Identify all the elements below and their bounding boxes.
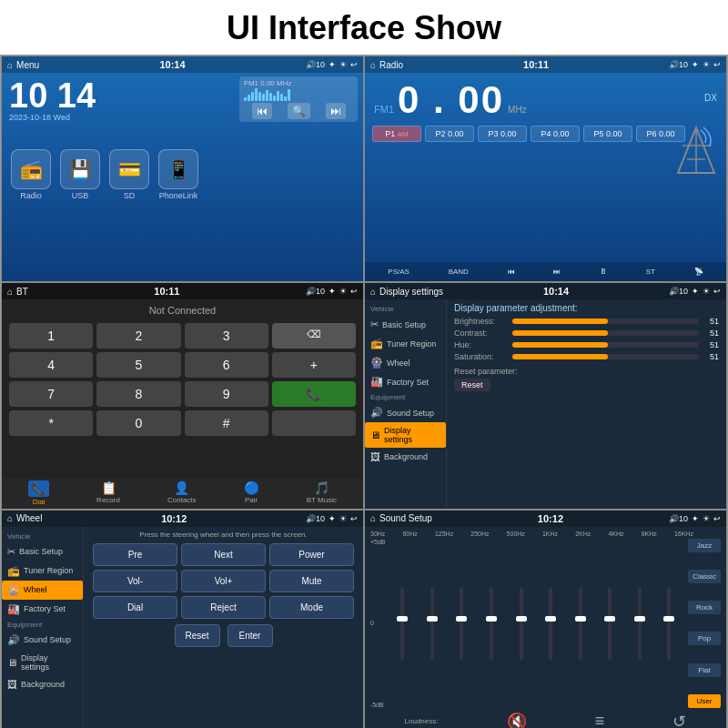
dial-6[interactable]: 6 bbox=[185, 352, 268, 378]
dial-9[interactable]: 9 bbox=[185, 381, 268, 407]
display-time: 10:14 bbox=[543, 286, 569, 297]
wheel-reject-btn[interactable]: Reject bbox=[181, 596, 266, 619]
radio-band-btn[interactable]: BAND bbox=[445, 266, 472, 278]
prev-btn[interactable]: ⏮ bbox=[252, 103, 272, 119]
reset-button[interactable]: Reset bbox=[454, 379, 490, 391]
dial-7[interactable]: 7 bbox=[9, 381, 93, 407]
eq-bar-8[interactable] bbox=[626, 587, 653, 660]
radio-st-btn[interactable]: ST bbox=[642, 266, 659, 278]
display-back-icon[interactable]: ↩ bbox=[713, 287, 721, 296]
settings-basic-setup[interactable]: ✂Basic Setup bbox=[365, 315, 446, 334]
dial-2[interactable]: 2 bbox=[96, 323, 180, 349]
dial-del[interactable]: ⌫ bbox=[272, 323, 356, 349]
eq-preset-user[interactable]: User bbox=[688, 694, 721, 708]
wheel-back-icon[interactable]: ↩ bbox=[350, 514, 358, 523]
bt-tab-record[interactable]: 📋 Record bbox=[96, 480, 120, 506]
sound-eq-btn[interactable]: ≡ bbox=[595, 712, 605, 728]
settings-tuner-region[interactable]: 📻Tuner Region bbox=[365, 334, 446, 353]
eq-bar-0[interactable] bbox=[389, 587, 417, 660]
dial-plus[interactable]: + bbox=[272, 352, 356, 378]
wheel-background[interactable]: 🖼Background bbox=[2, 675, 83, 693]
wheel-tuner-region[interactable]: 📻Tuner Region bbox=[2, 561, 83, 581]
radio-next-btn[interactable]: ⏭ bbox=[550, 266, 564, 278]
dial-3[interactable]: 3 bbox=[185, 323, 268, 349]
home-radio-wave bbox=[244, 88, 353, 101]
home-icon-usb[interactable]: 💾 USB bbox=[60, 149, 100, 200]
wheel-enter-btn[interactable]: Enter bbox=[228, 624, 273, 647]
wheel-mute-btn[interactable]: Mute bbox=[269, 570, 354, 592]
eq-bar-5[interactable] bbox=[537, 587, 564, 660]
wheel-voldown-btn[interactable]: Vol- bbox=[93, 570, 177, 592]
settings-display-settings[interactable]: 🖥Display settings bbox=[365, 422, 446, 448]
bt-tab-music[interactable]: 🎵 BT Music bbox=[307, 480, 337, 506]
eq-preset-rock[interactable]: Rock bbox=[688, 601, 721, 614]
panel-radio: ⌂ Radio 10:11 🔊10 ✦ ☀ ↩ FM1 0 . 00 MHz D… bbox=[364, 56, 727, 282]
dial-4[interactable]: 4 bbox=[9, 352, 93, 378]
radio-home-icon[interactable]: ⌂ bbox=[370, 60, 376, 70]
wheel-reset-btn[interactable]: Reset bbox=[175, 624, 220, 647]
wheel-basic-setup[interactable]: ✂Basic Setup bbox=[2, 542, 83, 561]
settings-sound-setup[interactable]: 🔊Sound Setup bbox=[365, 403, 446, 422]
radio-preset-p4[interactable]: P4 0.00 bbox=[531, 126, 580, 142]
radio-psas-btn[interactable]: PS/AS bbox=[384, 266, 413, 278]
eq-bar-1[interactable] bbox=[419, 587, 446, 660]
radio-antenna-btn[interactable]: 📡 bbox=[691, 266, 707, 278]
eq-bar-2[interactable] bbox=[449, 587, 476, 660]
bt-home-icon[interactable]: ⌂ bbox=[7, 287, 13, 297]
dial-call[interactable]: 📞 bbox=[272, 381, 356, 407]
home-back-icon[interactable]: ↩ bbox=[350, 60, 358, 69]
wheel-display-settings[interactable]: 🖥Display settings bbox=[2, 650, 83, 675]
eq-bar-6[interactable] bbox=[567, 587, 594, 660]
dial-star[interactable]: * bbox=[9, 410, 93, 436]
dial-1[interactable]: 1 bbox=[9, 323, 93, 349]
radio-preset-p3[interactable]: P3 0.00 bbox=[478, 126, 527, 142]
eq-preset-classic[interactable]: Classic bbox=[688, 570, 721, 583]
eq-bar-7[interactable] bbox=[596, 587, 623, 660]
home-icon-radio[interactable]: 📻 Radio bbox=[11, 149, 51, 200]
wheel-dial-btn[interactable]: Dial bbox=[93, 596, 177, 619]
settings-factory[interactable]: 🏭Factory Set bbox=[365, 372, 446, 391]
eq-preset-jazz[interactable]: Jazz bbox=[688, 539, 721, 552]
dial-8[interactable]: 8 bbox=[96, 381, 180, 407]
settings-background[interactable]: 🖼Background bbox=[365, 448, 446, 466]
home-icon-phonelink[interactable]: 📱 PhoneLink bbox=[158, 149, 198, 200]
radio-preset-p2[interactable]: P2 0.00 bbox=[425, 126, 474, 142]
display-home-icon[interactable]: ⌂ bbox=[370, 287, 376, 297]
bt-tab-contacts[interactable]: 👤 Contacts bbox=[167, 480, 197, 506]
bt-back-icon[interactable]: ↩ bbox=[350, 287, 358, 296]
sound-reset-btn[interactable]: ↺ bbox=[672, 712, 686, 728]
wheel-power-btn[interactable]: Power bbox=[269, 543, 354, 566]
bt-tab-pair[interactable]: 🔵 Pair bbox=[244, 480, 259, 506]
eq-preset-flat[interactable]: Flat bbox=[688, 663, 721, 677]
search-btn[interactable]: 🔍 bbox=[288, 103, 310, 119]
sound-back-icon[interactable]: ↩ bbox=[713, 514, 721, 523]
wheel-mode-btn[interactable]: Mode bbox=[269, 596, 354, 619]
home-icon-sd[interactable]: 💳 SD bbox=[109, 149, 149, 200]
eq-bar-4[interactable] bbox=[508, 587, 535, 660]
wheel-factory[interactable]: 🏭Factory Set bbox=[2, 600, 83, 619]
wheel-pre-btn[interactable]: Pre bbox=[93, 543, 177, 566]
wheel-wheel[interactable]: 🎡Wheel bbox=[2, 581, 83, 600]
dial-0[interactable]: 0 bbox=[96, 410, 180, 436]
next-btn[interactable]: ⏭ bbox=[326, 103, 346, 119]
settings-wheel[interactable]: 🎡Wheel bbox=[365, 353, 446, 372]
eq-bar-3[interactable] bbox=[478, 587, 505, 660]
sound-home-icon[interactable]: ⌂ bbox=[370, 513, 376, 523]
eq-preset-pop[interactable]: Pop bbox=[688, 632, 721, 645]
eq-bar-9[interactable] bbox=[655, 587, 682, 660]
home-icon[interactable]: ⌂ bbox=[7, 60, 13, 70]
wheel-next-btn[interactable]: Next bbox=[181, 543, 266, 566]
dial-5[interactable]: 5 bbox=[96, 352, 180, 378]
wheel-volup-btn[interactable]: Vol+ bbox=[181, 570, 266, 592]
bt-tab-dial[interactable]: 📞 Dial bbox=[28, 480, 49, 506]
radio-prev-btn[interactable]: ⏮ bbox=[504, 266, 519, 278]
sound-mute-btn[interactable]: 🔇 bbox=[507, 712, 527, 728]
settings-layout: Vehicle ✂Basic Setup 📻Tuner Region 🎡Whee… bbox=[365, 299, 726, 508]
wheel-sound-setup[interactable]: 🔊Sound Setup bbox=[2, 631, 83, 650]
radio-back-icon[interactable]: ↩ bbox=[713, 60, 721, 69]
radio-eq-btn[interactable]: 🎚 bbox=[596, 266, 611, 278]
dial-hash[interactable]: # bbox=[185, 410, 268, 436]
radio-preset-p5[interactable]: P5 0.00 bbox=[583, 126, 632, 142]
radio-preset-p1[interactable]: P1 AM bbox=[372, 126, 421, 142]
wheel-home-icon[interactable]: ⌂ bbox=[7, 513, 13, 523]
